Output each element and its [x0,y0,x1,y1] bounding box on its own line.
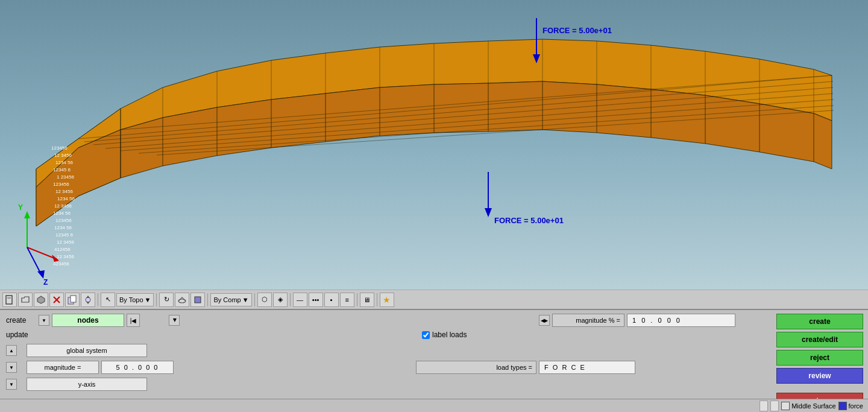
mesh-3d: FORCE = 5.00e+01 FORCE = 5.00e+01 Y Z 12… [0,0,868,290]
sep6 [357,293,357,306]
create-button[interactable]: create [776,314,863,329]
magnitude-value[interactable]: 5 0 . 0 0 0 [101,361,174,374]
middle-surface-color [781,402,790,410]
svg-text:Z: Z [43,278,48,287]
svg-text:12 3456: 12 3456 [57,254,74,259]
status-field-1 [760,401,768,411]
delete-btn[interactable] [49,293,64,307]
sep3 [207,293,208,306]
svg-text:412456: 412456 [54,247,71,252]
left-controls: create ▼ nodes |◀ ◀ update ▲ global syst… [0,310,410,412]
sep4 [254,293,255,306]
svg-marker-82 [86,302,90,304]
line-btn[interactable]: — [293,293,307,307]
update-label: update [6,331,36,339]
yaxis-arrow[interactable]: ▼ [6,379,17,390]
y-axis-field[interactable]: y-axis [27,378,147,391]
reject-button[interactable]: reject [776,350,863,366]
create-label: create [6,316,36,325]
mag-arrow-up-btn[interactable]: ◀ [169,315,180,326]
solid-btn[interactable] [190,293,205,307]
svg-text:1234 56: 1234 56 [53,211,71,216]
mid-controls: ◀▶ magnitude % = 1 0 . 0 0 0 label loads… [410,310,747,412]
by-comp-dropdown[interactable]: By Comp ▼ [210,293,251,306]
status-field-2 [770,401,779,411]
system-arrow-up[interactable]: ▲ [6,345,17,356]
right-buttons: create create/edit reject review return [772,310,868,412]
create-arrow-btn[interactable]: ▼ [39,315,49,326]
load-types-label: load types = [416,361,536,374]
svg-text:123456: 123456 [55,218,72,223]
status-bar: Middle Surface force [0,399,868,412]
viewport[interactable]: FORCE = 5.00e+01 FORCE = 5.00e+01 Y Z 12… [0,0,868,290]
svg-text:1234 56: 1234 56 [57,196,75,201]
svg-text:12 3456: 12 3456 [55,189,73,194]
force-legend: force [838,402,863,410]
svg-text:12 3456: 12 3456 [54,153,72,158]
middle-surface-label: Middle Surface [791,402,835,410]
force-label: force [849,402,863,410]
mag-pct-label: magnitude % = [552,314,624,327]
label-loads-checkbox[interactable] [422,331,430,339]
svg-text:12345 6: 12345 6 [55,232,73,238]
cube-btn[interactable]: ⬡ [257,293,272,307]
create-edit-button[interactable]: create/edit [776,332,863,347]
nodes-field[interactable]: nodes [52,314,124,327]
svg-text:FORCE = 5.00e+01: FORCE = 5.00e+01 [542,26,612,35]
mag-pct-arrow[interactable]: ◀▶ [539,315,550,326]
skip-btn[interactable]: |◀ [127,314,140,327]
svg-marker-75 [37,296,45,303]
surface3-btn[interactable]: ▪ [324,293,339,307]
move-btn[interactable] [81,293,95,307]
layers-btn[interactable]: ≡ [340,293,354,307]
svg-text:12 3456: 12 3456 [57,239,74,245]
svg-text:Y: Y [18,203,23,212]
sep1 [98,293,98,306]
cursor-btn[interactable]: ↖ [101,293,115,307]
star-btn[interactable]: ★ [380,293,394,307]
svg-text:12345 6: 12345 6 [53,167,71,173]
review-button[interactable]: review [776,368,863,384]
svg-rect-84 [195,297,201,303]
copy-btn[interactable] [65,293,80,307]
svg-text:423456: 423456 [53,261,69,267]
mag-arrow-down[interactable]: ▼ [6,362,17,373]
svg-text:123456: 123456 [51,145,68,151]
sep7 [377,293,377,306]
force-color [838,402,847,410]
svg-text:1234 56: 1234 56 [54,225,72,230]
svg-marker-81 [86,296,90,298]
svg-rect-79 [71,296,76,302]
svg-point-80 [86,297,90,302]
middle-surface-legend: Middle Surface [781,402,835,410]
svg-text:1 23456: 1 23456 [57,174,74,180]
svg-rect-73 [6,296,12,304]
svg-text:123456: 123456 [53,182,69,187]
monitor-btn[interactable]: 🖥 [360,293,374,307]
by-topo-dropdown[interactable]: By Topo ▼ [116,293,154,306]
label-loads-text: label loads [432,331,467,339]
view2-btn[interactable]: ◈ [273,293,288,307]
global-system-field[interactable]: global system [27,344,147,357]
open-btn[interactable] [18,293,33,307]
svg-text:FORCE = 5.00e+01: FORCE = 5.00e+01 [494,216,564,225]
svg-text:1234 56: 1234 56 [55,160,73,165]
surface-btn[interactable] [175,293,189,307]
new-btn[interactable] [2,293,17,307]
dots-btn[interactable]: ••• [309,293,323,307]
bottom-panel: create ▼ nodes |◀ ◀ update ▲ global syst… [0,309,868,412]
magnitude-label: magnitude = [27,361,99,374]
sep2 [156,293,157,306]
load-types-value[interactable]: F O R C E [539,361,635,374]
rotate-btn[interactable]: ↻ [159,293,174,307]
mag-pct-value[interactable]: 1 0 . 0 0 0 [627,314,735,327]
model-btn[interactable] [34,293,48,307]
svg-text:12 3456: 12 3456 [54,203,72,209]
sep5 [290,293,291,306]
toolbar: ↖ By Topo ▼ ↻ By Comp ▼ ⬡ ◈ — ••• ▪ ≡ 🖥 … [0,290,868,309]
